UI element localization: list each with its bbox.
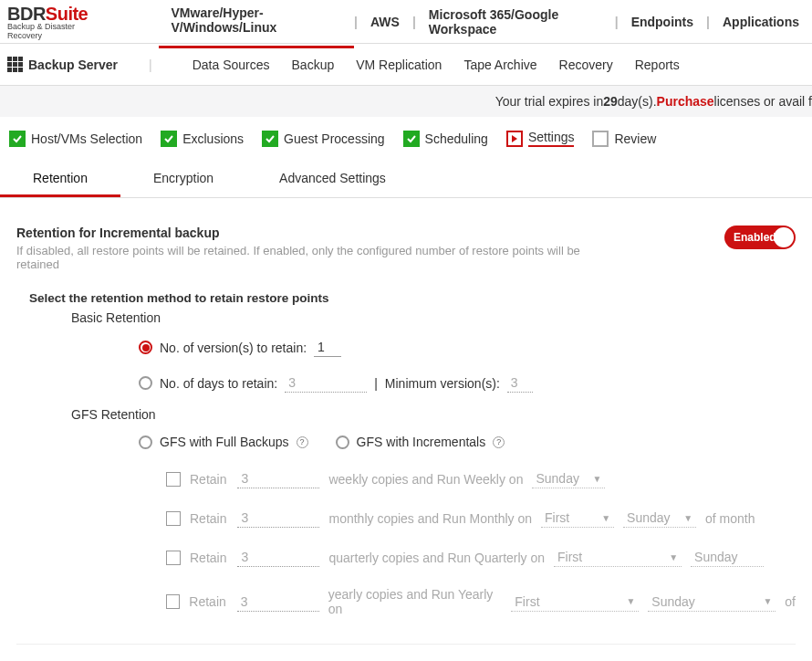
- chevron-down-icon: ▼: [683, 513, 692, 523]
- divider: |: [149, 58, 152, 72]
- nav-backup[interactable]: Backup: [292, 58, 335, 72]
- versions-radio[interactable]: [139, 341, 152, 354]
- tab-advanced[interactable]: Advanced Settings: [246, 162, 419, 197]
- check-icon: [403, 131, 420, 147]
- nav-data-sources[interactable]: Data Sources: [193, 58, 270, 72]
- quarterly-week-select[interactable]: First▼: [554, 548, 682, 567]
- chevron-down-icon: ▼: [669, 552, 678, 562]
- step-label: Settings: [528, 130, 575, 147]
- gfs-full-label: GFS with Full Backups: [160, 435, 289, 449]
- check-icon: [262, 131, 278, 147]
- step-host-vms[interactable]: Host/VMs Selection: [9, 131, 142, 147]
- weekly-count-input[interactable]: [237, 469, 319, 488]
- monthly-text: monthly copies and Run Monthly on: [328, 511, 532, 526]
- step-guest-processing[interactable]: Guest Processing: [262, 131, 385, 147]
- versions-label: No. of version(s) to retain:: [160, 341, 307, 355]
- monthly-checkbox[interactable]: [166, 511, 181, 526]
- monthly-row: Retain monthly copies and Run Monthly on…: [166, 509, 796, 528]
- backup-server-menu[interactable]: Backup Server: [7, 57, 118, 72]
- basic-retention-label: Basic Retention: [71, 310, 796, 325]
- min-versions-input[interactable]: [507, 373, 533, 393]
- tab-encryption[interactable]: Encryption: [120, 162, 246, 197]
- days-label: No. of days to retain:: [160, 376, 277, 391]
- select-value: First: [545, 510, 569, 525]
- step-exclusions[interactable]: Exclusions: [161, 131, 244, 147]
- weekly-row: Retain weekly copies and Run Weekly on S…: [166, 469, 796, 488]
- empty-box-icon: [592, 131, 609, 147]
- product-aws[interactable]: AWS: [358, 4, 412, 40]
- step-settings[interactable]: Settings: [506, 130, 575, 147]
- help-icon[interactable]: ?: [493, 436, 505, 448]
- yearly-row: Retain yearly copies and Run Yearly on F…: [166, 587, 796, 616]
- check-icon: [161, 131, 177, 147]
- yearly-month-select[interactable]: First▼: [511, 593, 639, 612]
- weekly-checkbox[interactable]: [166, 472, 181, 487]
- nav-reports[interactable]: Reports: [635, 58, 680, 72]
- wizard-steps: Host/VMs Selection Exclusions Guest Proc…: [0, 117, 812, 160]
- quarterly-day-select[interactable]: Sunday: [691, 548, 764, 567]
- nav-vm-replication[interactable]: VM Replication: [356, 58, 442, 72]
- gfs-options: GFS with Full Backups ? GFS with Increme…: [139, 435, 796, 449]
- enabled-toggle[interactable]: Enabled: [724, 226, 796, 249]
- nav-recovery[interactable]: Recovery: [559, 58, 613, 72]
- monthly-count-input[interactable]: [237, 509, 319, 528]
- gfs-inc-radio[interactable]: [336, 435, 349, 449]
- settings-subtabs: Retention Encryption Advanced Settings: [0, 162, 812, 198]
- product-m365[interactable]: Microsoft 365/Google Workspace: [416, 0, 615, 47]
- nav-tape-archive[interactable]: Tape Archive: [463, 58, 536, 72]
- backup-server-label: Backup Server: [28, 58, 118, 72]
- product-nav: VMware/Hyper-V/Windows/Linux | AWS | Mic…: [159, 0, 812, 48]
- quarterly-row: Retain quarterly copies and Run Quarterl…: [166, 548, 796, 567]
- yearly-day-select[interactable]: Sunday▼: [648, 593, 776, 612]
- select-value: Sunday: [651, 594, 694, 609]
- product-applications[interactable]: Applications: [710, 4, 812, 40]
- step-label: Exclusions: [182, 131, 244, 146]
- step-scheduling[interactable]: Scheduling: [403, 131, 488, 147]
- grid-icon: [7, 57, 23, 72]
- trial-mid: day(s).: [618, 94, 657, 109]
- gfs-full-radio[interactable]: [139, 435, 152, 449]
- separator: |: [374, 376, 378, 391]
- help-icon[interactable]: ?: [297, 436, 308, 448]
- retain-label: Retain: [189, 594, 225, 609]
- tab-retention[interactable]: Retention: [0, 162, 120, 197]
- days-input[interactable]: [285, 373, 367, 393]
- main-nav: Data Sources Backup VM Replication Tape …: [193, 58, 680, 72]
- retain-label: Retain: [190, 472, 226, 487]
- step-label: Guest Processing: [284, 131, 385, 146]
- yearly-checkbox[interactable]: [166, 594, 180, 609]
- step-label: Scheduling: [425, 131, 488, 146]
- weekly-text: weekly copies and Run Weekly on: [328, 472, 523, 487]
- quarterly-checkbox[interactable]: [166, 551, 181, 565]
- incremental-desc: If disabled, all restore points will be …: [16, 244, 600, 271]
- logo-bdr: BDR: [7, 4, 46, 24]
- weekly-day-select[interactable]: Sunday▼: [532, 469, 605, 488]
- retain-label: Retain: [190, 551, 226, 565]
- yearly-text: yearly copies and Run Yearly on: [328, 587, 503, 616]
- monthly-week-select[interactable]: First▼: [541, 509, 614, 528]
- trial-days: 29: [603, 94, 618, 109]
- product-vmware[interactable]: VMware/Hyper-V/Windows/Linux: [159, 0, 355, 48]
- of-label: of: [785, 594, 796, 609]
- days-radio[interactable]: [139, 376, 152, 390]
- purchase-link[interactable]: Purchase: [657, 94, 714, 109]
- monthly-day-select[interactable]: Sunday▼: [623, 509, 696, 528]
- deleted-vms-section: Retention for Deleted (or) Removed VMs ?…: [16, 644, 796, 661]
- method-subsection: Select the retention method to retain re…: [29, 291, 796, 616]
- trial-suffix: licenses or avail f: [714, 94, 812, 109]
- step-label: Review: [614, 131, 656, 146]
- quarterly-count-input[interactable]: [237, 548, 319, 567]
- product-endpoints[interactable]: Endpoints: [619, 4, 706, 40]
- select-value: Sunday: [694, 550, 737, 564]
- chevron-down-icon: ▼: [593, 474, 602, 484]
- logo: BDRSuite Backup & Disaster Recovery: [7, 4, 104, 40]
- quarterly-text: quarterly copies and Run Quarterly on: [328, 551, 545, 565]
- yearly-count-input[interactable]: [237, 593, 319, 612]
- top-header: BDRSuite Backup & Disaster Recovery VMwa…: [0, 0, 812, 44]
- step-review[interactable]: Review: [592, 131, 656, 147]
- retention-panel: Retention for Incremental backup If disa…: [0, 198, 812, 661]
- versions-input[interactable]: [314, 338, 341, 357]
- logo-suite: Suite: [46, 4, 88, 24]
- toggle-label: Enabled: [734, 231, 776, 244]
- chevron-down-icon: ▼: [626, 596, 635, 606]
